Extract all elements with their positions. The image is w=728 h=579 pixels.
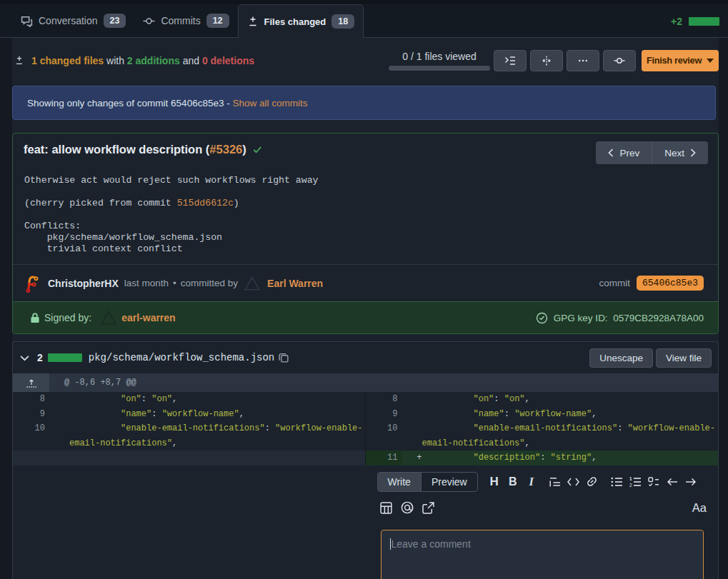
svg-text:2: 2: [629, 482, 632, 486]
svg-text:1: 1: [629, 477, 632, 481]
